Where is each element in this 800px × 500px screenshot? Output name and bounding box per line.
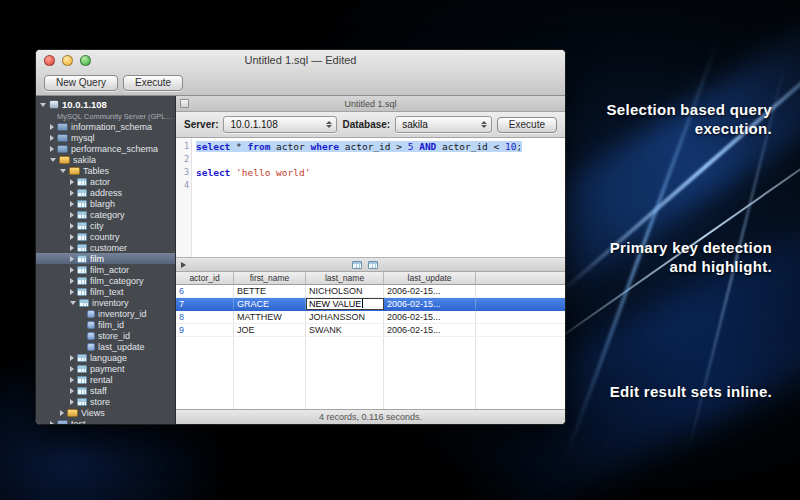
database-popup[interactable]: sakila	[395, 116, 492, 133]
result-cell[interactable]: SWANK	[306, 324, 384, 336]
result-cell[interactable]: JOE	[234, 324, 306, 336]
disclosure-open-icon[interactable]	[40, 103, 46, 107]
sidebar-item-actor[interactable]: actor	[36, 176, 175, 187]
disclosure-closed-icon[interactable]	[50, 124, 54, 130]
disclosure-closed-icon[interactable]	[70, 278, 74, 284]
run-query-icon[interactable]	[181, 262, 186, 268]
sidebar-item-mysql-community-server-gpl-5-6-1[interactable]: MySQL Community Server (GPL) 5.6.1...	[36, 111, 175, 121]
line-number-gutter: 1234	[176, 138, 192, 257]
result-row[interactable]: 6BETTENICHOLSON2006-02-15...	[176, 285, 565, 298]
result-cell[interactable]: 2006-02-15...	[384, 298, 476, 310]
result-cell[interactable]: 7	[176, 298, 234, 310]
sidebar-item-category[interactable]: category	[36, 209, 175, 220]
new-query-button[interactable]: New Query	[44, 75, 118, 91]
sidebar-item-views[interactable]: Views	[36, 407, 175, 418]
result-cell[interactable]: 9	[176, 324, 234, 336]
tab-bar[interactable]: Untitled 1.sql	[176, 96, 565, 112]
sidebar-item-store-id[interactable]: store_id	[36, 330, 175, 341]
pane-list-icon[interactable]	[180, 99, 189, 108]
disclosure-closed-icon[interactable]	[70, 245, 74, 251]
minimize-button[interactable]	[62, 55, 73, 66]
column-header-last-name[interactable]: last_name	[306, 272, 384, 285]
sidebar-item-inventory[interactable]: inventory	[36, 297, 175, 308]
result-cell[interactable]: 2006-02-15...	[384, 311, 476, 323]
result-cell[interactable]: BETTE	[234, 285, 306, 297]
disclosure-closed-icon[interactable]	[70, 256, 74, 262]
disclosure-closed-icon[interactable]	[70, 223, 74, 229]
sidebar-item-performance-schema[interactable]: performance_schema	[36, 143, 175, 154]
sidebar-item-sakila[interactable]: sakila	[36, 154, 175, 165]
sidebar-item-payment[interactable]: payment	[36, 363, 175, 374]
disclosure-closed-icon[interactable]	[50, 146, 54, 152]
result-cell[interactable]: 6	[176, 285, 234, 297]
disclosure-closed-icon[interactable]	[70, 212, 74, 218]
sidebar-item-film[interactable]: film	[36, 253, 175, 264]
sidebar-item-10-0-1-108[interactable]: 10.0.1.108	[36, 98, 175, 111]
sidebar-item-last-update[interactable]: last_update	[36, 341, 175, 352]
sidebar-item-customer[interactable]: customer	[36, 242, 175, 253]
disclosure-closed-icon[interactable]	[70, 190, 74, 196]
sidebar-item-staff[interactable]: staff	[36, 385, 175, 396]
result-cell[interactable]: NEW VALUE	[306, 298, 384, 310]
sidebar-item-address[interactable]: address	[36, 187, 175, 198]
result-cell[interactable]: JOHANSSON	[306, 311, 384, 323]
sql-editor[interactable]: 1234 select * from actor where actor_id …	[176, 138, 565, 258]
column-header-last-update[interactable]: last_update	[384, 272, 476, 285]
disclosure-open-icon[interactable]	[70, 301, 76, 305]
disclosure-closed-icon[interactable]	[60, 410, 64, 416]
sidebar-item-inventory-id[interactable]: inventory_id	[36, 308, 175, 319]
disclosure-closed-icon[interactable]	[70, 388, 74, 394]
result-cell[interactable]: GRACE	[234, 298, 306, 310]
sidebar-item-film-category[interactable]: film_category	[36, 275, 175, 286]
column-header-actor-id[interactable]: actor_id	[176, 272, 234, 285]
sidebar-item-film-actor[interactable]: film_actor	[36, 264, 175, 275]
sidebar-item-film-text[interactable]: film_text	[36, 286, 175, 297]
disclosure-closed-icon[interactable]	[70, 377, 74, 383]
sidebar-item-blargh[interactable]: blargh	[36, 198, 175, 209]
sql-code[interactable]: select * from actor where actor_id > 5 A…	[192, 138, 565, 257]
result-cell[interactable]: NICHOLSON	[306, 285, 384, 297]
sidebar-item-film-id[interactable]: film_id	[36, 319, 175, 330]
result-row[interactable]: 8MATTHEWJOHANSSON2006-02-15...	[176, 311, 565, 324]
sidebar-item-information-schema[interactable]: information_schema	[36, 121, 175, 132]
disclosure-closed-icon[interactable]	[50, 421, 54, 425]
result-cell[interactable]: MATTHEW	[234, 311, 306, 323]
grid-view-icon[interactable]	[352, 261, 362, 269]
column-header-first-name[interactable]: first_name	[234, 272, 306, 285]
tab-untitled[interactable]: Untitled 1.sql	[176, 99, 565, 109]
server-popup[interactable]: 10.0.1.108	[223, 116, 337, 133]
title-bar[interactable]: Untitled 1.sql — Edited	[36, 50, 565, 70]
disclosure-closed-icon[interactable]	[70, 267, 74, 273]
disclosure-open-icon[interactable]	[50, 158, 56, 162]
sidebar-item-label: language	[90, 353, 127, 363]
disclosure-open-icon[interactable]	[60, 169, 66, 173]
sidebar-item-label: film_actor	[90, 265, 129, 275]
disclosure-closed-icon[interactable]	[70, 289, 74, 295]
text-view-icon[interactable]	[368, 261, 378, 269]
sidebar-item-rental[interactable]: rental	[36, 374, 175, 385]
disclosure-closed-icon[interactable]	[70, 366, 74, 372]
result-cell[interactable]: 2006-02-15...	[384, 324, 476, 336]
sidebar-item-mysql[interactable]: mysql	[36, 132, 175, 143]
sidebar-item-test[interactable]: test	[36, 418, 175, 424]
sidebar-item-country[interactable]: country	[36, 231, 175, 242]
table-icon	[77, 376, 87, 384]
disclosure-closed-icon[interactable]	[70, 234, 74, 240]
query-execute-button[interactable]: Execute	[497, 117, 557, 133]
disclosure-closed-icon[interactable]	[70, 355, 74, 361]
disclosure-closed-icon[interactable]	[50, 135, 54, 141]
sidebar-item-city[interactable]: city	[36, 220, 175, 231]
result-row[interactable]: 9JOESWANK2006-02-15...	[176, 324, 565, 337]
sidebar-item-language[interactable]: language	[36, 352, 175, 363]
result-cell[interactable]: 8	[176, 311, 234, 323]
close-button[interactable]	[44, 55, 55, 66]
sidebar-item-tables[interactable]: Tables	[36, 165, 175, 176]
result-cell[interactable]: 2006-02-15...	[384, 285, 476, 297]
zoom-button[interactable]	[80, 55, 91, 66]
disclosure-closed-icon[interactable]	[70, 201, 74, 207]
sidebar-item-store[interactable]: store	[36, 396, 175, 407]
disclosure-closed-icon[interactable]	[70, 399, 74, 405]
result-row[interactable]: 7GRACENEW VALUE2006-02-15...	[176, 298, 565, 311]
disclosure-closed-icon[interactable]	[70, 179, 74, 185]
execute-button[interactable]: Execute	[123, 75, 183, 91]
